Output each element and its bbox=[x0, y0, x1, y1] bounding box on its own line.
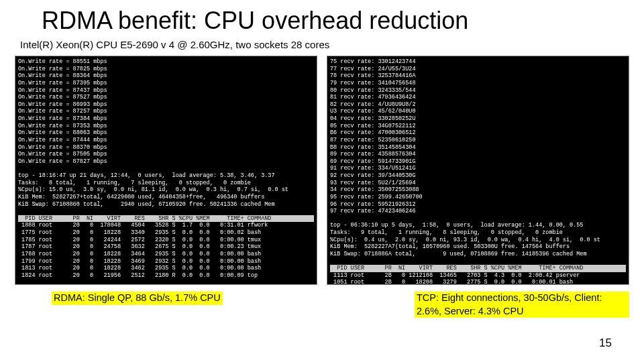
page-number: 15 bbox=[599, 337, 612, 350]
terminals-row: On.Write rate = 88551 mbps On.Write rate… bbox=[0, 56, 644, 285]
terminal-tcp: 75 recv rate: 33012423744 77 recv rate: … bbox=[327, 56, 629, 285]
page-title: RDMA benefit: CPU overhead reduction bbox=[0, 0, 644, 39]
cpu-subtitle: Intel(R) Xeon(R) CPU E5-2690 v 4 @ 2.60G… bbox=[0, 39, 644, 56]
terminal-rdma: On.Write rate = 88551 mbps On.Write rate… bbox=[15, 56, 317, 285]
captions-row: RDMA: Single QP, 88 Gb/s, 1.7% CPU TCP: … bbox=[0, 285, 644, 318]
caption-rdma: RDMA: Single QP, 88 Gb/s, 1.7% CPU bbox=[52, 292, 223, 305]
caption-tcp: TCP: Eight connections, 30-50Gb/s, Clien… bbox=[415, 292, 629, 318]
